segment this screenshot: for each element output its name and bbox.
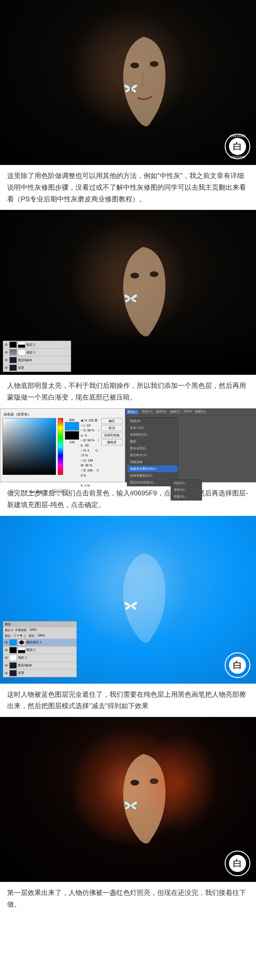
layers-panel-2[interactable]: 图层 减去 ▾ 不透明度: 100% 锁定: ☐ ✎ ✚ 🔒 填充: 100% … — [3, 621, 77, 678]
menu-select[interactable]: 选择(S) — [156, 409, 166, 414]
visibility-eye-icon[interactable] — [4, 656, 8, 660]
add-swatch-button[interactable]: 添加到色板 — [101, 432, 122, 438]
lock-label: 锁定: — [5, 634, 11, 638]
visibility-eye-icon[interactable] — [4, 671, 8, 675]
watermark-char: 白 — [229, 138, 246, 155]
color-picker-dialog[interactable]: 拾色器（前景色） 新的 当前 ◉ H: 205 度 ○ L: 59 ○ S: 9… — [0, 408, 125, 482]
layer-mask-thumbnail — [18, 349, 25, 355]
submenu-solid[interactable]: 纯色(O)... — [171, 480, 202, 487]
face-shape — [108, 30, 179, 112]
color-gradient-field[interactable] — [3, 418, 56, 475]
color-picker-menu-section: 拾色器（前景色） 新的 当前 ◉ H: 205 度 ○ L: 59 ○ S: 9… — [0, 408, 256, 482]
fill-label: 填充: — [29, 634, 35, 638]
menu-copy-css[interactable]: 复制 CSS — [127, 425, 178, 431]
menu-filter[interactable]: 滤镜(T) — [170, 409, 180, 414]
menu-view[interactable]: 视图(V) — [195, 409, 206, 414]
visibility-eye-icon[interactable] — [4, 648, 8, 652]
visibility-eye-icon[interactable] — [4, 350, 8, 354]
menu-layer-content[interactable]: 图层内容选项(O)... — [127, 479, 178, 486]
butterfly-icon — [123, 83, 138, 94]
layer-mask-thumbnail — [18, 647, 25, 653]
visibility-eye-icon[interactable] — [4, 358, 8, 362]
menu-new[interactable]: 新建(N) — [127, 418, 178, 425]
layer-thumbnail — [10, 357, 17, 363]
menu-3d[interactable]: 3D(D) — [183, 409, 192, 414]
layer-name: 背景 — [18, 366, 24, 370]
layer-thumbnail — [10, 364, 17, 371]
submenu-gradient[interactable]: 渐变(G)... — [171, 487, 202, 493]
color-library-button[interactable]: 颜色库 — [101, 439, 122, 445]
layer-row[interactable]: 背景 — [3, 670, 76, 677]
menu-type[interactable]: 类型(Y) — [142, 409, 153, 414]
layer-row[interactable]: 图层 2 — [3, 341, 71, 348]
svg-point-20 — [6, 665, 7, 666]
color-picker-title: 拾色器（前景色） — [3, 411, 122, 418]
visibility-eye-icon[interactable] — [4, 366, 8, 370]
layer-row[interactable]: 图层0副本 — [3, 356, 71, 364]
menu-layer-style[interactable]: 图层样式(Y) — [127, 452, 178, 459]
menu-new-fill[interactable]: 新建填充图层(W) ▸ — [127, 466, 178, 473]
menu-smart-filter[interactable]: 智能滤镜 — [127, 459, 178, 466]
layer-thumbnail — [10, 655, 17, 661]
visibility-eye-icon[interactable] — [4, 663, 8, 667]
menu-rename[interactable]: 重命名图层... — [127, 445, 178, 452]
layer-thumbnail — [10, 349, 17, 355]
layer-row-selected[interactable]: 颜色填充 1 — [3, 639, 76, 646]
svg-point-22 — [6, 673, 7, 674]
watermark-top-text: 吉晓白(站酷) — [229, 134, 246, 138]
layer-row[interactable]: 背景 — [3, 364, 71, 372]
tutorial-image-4: 白 图层 减去 ▾ 不透明度: 100% 锁定: ☐ ✎ ✚ 🔒 填充: 100… — [0, 516, 256, 684]
tutorial-paragraph-2: 人物底部明显太亮，不利于我们后期操作，所以我们添加一个黑色层，然后再用蒙版做一个… — [0, 375, 256, 408]
layers-panel[interactable]: 图层 2 色阶 1 图层0副本 背景 — [3, 341, 71, 372]
tutorial-image-5: 白 — [0, 717, 256, 882]
layer-row[interactable]: 色阶 1 — [3, 654, 76, 662]
svg-point-23 — [130, 780, 139, 785]
menu-delete[interactable]: 删除 — [127, 438, 178, 445]
layer-name: 颜色填充 1 — [27, 640, 41, 644]
menu-panel: 图层(L) 类型(Y) 选择(S) 滤镜(T) 3D(D) 视图(V) 新建(N… — [125, 408, 256, 482]
color-preview: 新的 当前 — [65, 418, 79, 488]
layer-name: 图层 2 — [27, 648, 35, 652]
visibility-eye-icon[interactable] — [4, 343, 8, 347]
layer-name: 图层0副本 — [18, 663, 32, 667]
menu-bar[interactable]: 图层(L) 类型(Y) 选择(S) 滤镜(T) 3D(D) 视图(V) — [125, 408, 256, 416]
opacity-value[interactable]: 100% — [30, 628, 37, 632]
butterfly-icon — [123, 600, 138, 611]
layer-row[interactable]: 图层 2 — [3, 646, 76, 654]
svg-point-1 — [150, 61, 159, 67]
layer-menu-dropdown[interactable]: 新建(N) 复制 CSS 复制图层(D)... 删除 重命名图层... 图层样式… — [127, 417, 178, 486]
visibility-eye-icon[interactable] — [4, 640, 8, 644]
layer-thumbnail — [10, 342, 17, 348]
new-color-label: 新的 — [65, 418, 79, 422]
layers-panel-tab[interactable]: 图层 — [3, 621, 76, 627]
layer-name: 色阶 1 — [18, 655, 27, 660]
submenu-pattern[interactable]: 图案(R)... — [171, 493, 202, 500]
layer-row[interactable]: 色阶 1 — [3, 348, 71, 356]
fill-submenu[interactable]: 纯色(O)... 渐变(G)... 图案(R)... — [171, 479, 202, 501]
menu-new-adjust[interactable]: 新建调整图层(J) — [127, 473, 178, 479]
tutorial-image-1: 吉晓白(站酷) 白 (微信)吉晓白 — [0, 0, 256, 165]
tutorial-paragraph-3: 做完以上步骤后，我们点击前景色，输入#0695F9，点击确定。然后再选择图层-新… — [0, 482, 256, 516]
face-shape — [108, 546, 179, 630]
cancel-button[interactable]: 取消 — [101, 425, 122, 431]
ok-button[interactable]: 确定 — [101, 418, 122, 424]
watermark-badge: 吉晓白(站酷) 白 (微信)吉晓白 — [225, 134, 250, 159]
watermark-badge: 白 — [225, 851, 250, 876]
layer-name: 色阶 1 — [27, 350, 35, 355]
menu-copy-layer[interactable]: 复制图层(D)... — [127, 431, 178, 438]
blend-mode-select[interactable]: 减去 ▾ — [5, 628, 13, 632]
layer-name: 图层 2 — [27, 343, 35, 347]
layer-name: 背景 — [18, 671, 24, 675]
svg-point-2 — [130, 87, 131, 90]
color-cursor-icon — [58, 419, 60, 421]
red-light-overlay — [141, 733, 218, 832]
color-values: ◉ H: 205 度 ○ L: 59 ○ S: 98 % ○ a: -5 ○ B… — [81, 418, 100, 488]
fill-value[interactable]: 100% — [38, 634, 45, 638]
svg-point-10 — [6, 360, 7, 361]
svg-point-3 — [130, 273, 139, 278]
butterfly-icon — [123, 292, 138, 304]
hue-slider[interactable] — [58, 418, 63, 475]
menu-layer[interactable]: 图层(L) — [126, 409, 138, 414]
layer-row[interactable]: 图层0副本 — [3, 662, 76, 670]
svg-point-4 — [150, 271, 159, 277]
